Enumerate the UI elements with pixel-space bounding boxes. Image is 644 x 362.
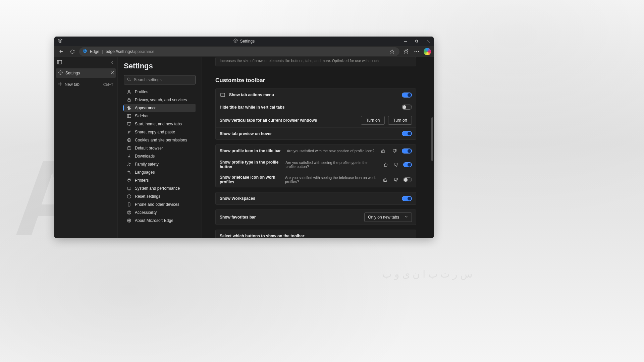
settings-sidebar: Settings Search settings ProfilesPrivacy… [118, 57, 202, 238]
address-bar[interactable]: Edge | edge://settings/appearance [79, 47, 399, 56]
tab-actions-icon[interactable] [57, 60, 62, 66]
nav-item-label: Phone and other devices [135, 202, 179, 207]
favorites-bar-dropdown[interactable]: Only on new tabs [364, 213, 412, 222]
nav-item-label: Reset settings [135, 194, 160, 199]
vertical-tab-label: Settings [65, 71, 80, 75]
url-subpmpath: appearance [133, 49, 154, 54]
refresh-button[interactable] [68, 47, 77, 56]
settings-search-input[interactable]: Search settings [124, 75, 196, 84]
scrollbar-thumb[interactable] [431, 117, 433, 161]
more-button[interactable] [412, 47, 421, 56]
svg-line-22 [130, 80, 131, 81]
settings-nav-list: ProfilesPrivacy, search, and servicesApp… [124, 88, 196, 225]
settings-nav-item[interactable]: Privacy, search, and services [124, 96, 196, 104]
row-select-buttons: Select which buttons to show on the tool… [216, 230, 416, 238]
settings-nav-item[interactable]: Downloads [124, 152, 196, 160]
toggle-profile-type[interactable] [403, 162, 412, 167]
url-path: settings/ [118, 49, 133, 54]
svg-point-12 [416, 51, 417, 52]
nav-item-icon [126, 138, 131, 142]
settings-nav-item[interactable]: Sidebar [124, 112, 196, 120]
toggle-tab-actions[interactable] [402, 93, 412, 98]
row-hide-titlebar: Hide title bar while in vertical tabs [216, 101, 416, 113]
thumbs-up-icon[interactable] [383, 162, 388, 167]
vertical-tab-strip: Settings New tab Ctrl+T [54, 57, 118, 238]
settings-main-scroll[interactable]: Increases the size of browser elements l… [202, 57, 434, 238]
settings-nav-item[interactable]: Reset settings [124, 192, 196, 200]
nav-item-icon [126, 114, 131, 118]
dropdown-value: Only on new tabs [368, 215, 399, 220]
thumbs-down-icon[interactable] [394, 177, 398, 182]
settings-search-placeholder: Search settings [134, 77, 162, 82]
turn-off-label: Turn off [393, 118, 407, 123]
thumbs-down-icon[interactable] [392, 148, 397, 154]
toggle-tab-preview[interactable] [402, 131, 412, 136]
svg-point-25 [128, 107, 130, 109]
toggle-hide-titlebar[interactable] [402, 105, 412, 110]
settings-nav-item[interactable]: Default browser [124, 144, 196, 152]
toggle-briefcase[interactable] [403, 177, 412, 182]
row-workspaces: Show Workspaces [216, 192, 416, 204]
nav-item-label: About Microsoft Edge [135, 218, 173, 223]
minimize-button[interactable] [399, 37, 411, 46]
svg-rect-14 [57, 60, 62, 64]
edge-logo-icon [83, 49, 87, 54]
row-label: Show tab preview on hover [220, 131, 272, 136]
nav-item-label: Languages [135, 170, 155, 175]
turn-off-button[interactable]: Turn off [388, 116, 412, 125]
close-tab-icon[interactable] [111, 71, 114, 75]
settings-nav-item[interactable]: About Microsoft Edge [124, 217, 196, 225]
settings-nav-item[interactable]: Appearance [124, 104, 196, 112]
svg-point-13 [418, 51, 419, 52]
nav-item-icon [126, 98, 131, 102]
settings-nav-item[interactable]: Languages [124, 168, 196, 176]
row-vertical-tabs: Show vertical tabs for all current brows… [216, 113, 416, 127]
settings-nav-item[interactable]: Printers [124, 176, 196, 184]
nav-item-label: Sidebar [135, 114, 149, 118]
turn-on-button[interactable]: Turn on [361, 116, 385, 125]
nav-item-icon [126, 122, 131, 126]
settings-nav-item[interactable]: Share, copy and paste [124, 128, 196, 136]
toggle-workspaces[interactable] [402, 196, 412, 201]
svg-rect-50 [221, 93, 225, 97]
turn-on-label: Turn on [366, 118, 380, 123]
settings-nav-item[interactable]: System and performance [124, 184, 196, 192]
nav-item-label: Family safety [135, 162, 159, 167]
svg-point-23 [128, 90, 130, 92]
svg-point-37 [129, 163, 130, 164]
thumbs-up-icon[interactable] [383, 177, 388, 182]
copilot-button[interactable] [423, 47, 432, 56]
new-tab-button[interactable]: New tab Ctrl+T [56, 80, 116, 88]
collapse-tabs-icon[interactable] [110, 60, 114, 66]
favorite-star-icon[interactable] [388, 49, 396, 54]
back-button[interactable] [56, 47, 66, 56]
navigation-toolbar: Edge | edge://settings/appearance [54, 46, 434, 57]
close-button[interactable] [422, 37, 434, 46]
settings-nav-item[interactable]: Family safety [124, 160, 196, 168]
window-titlebar: Settings [54, 37, 434, 46]
settings-nav-item[interactable]: Cookies and site permissions [124, 136, 196, 144]
copilot-icon [424, 48, 431, 55]
row-label: Show profile type in the profile button [220, 160, 282, 169]
nav-item-icon [126, 194, 131, 199]
vertical-tab-settings[interactable]: Settings [56, 68, 116, 78]
toolbar-card-4: Show favorites bar Only on new tabs [215, 209, 416, 225]
thumbs-down-icon[interactable] [394, 162, 398, 167]
gear-icon [58, 70, 63, 76]
plus-icon [58, 82, 62, 87]
row-label: Show tab actions menu [229, 93, 274, 97]
row-tab-actions: Show tab actions menu [216, 89, 416, 101]
settings-nav-item[interactable]: Phone and other devices [124, 200, 196, 208]
svg-rect-2 [415, 40, 417, 42]
tab-actions-lead-icon [220, 93, 226, 97]
settings-nav-item[interactable]: Accessibility [124, 208, 196, 217]
toggle-profile-icon[interactable] [402, 148, 412, 154]
maximize-button[interactable] [411, 37, 422, 46]
thumbs-up-icon[interactable] [380, 148, 386, 154]
row-briefcase: Show briefcase icon on work profiles Are… [216, 172, 416, 187]
favorites-button[interactable] [401, 47, 410, 56]
row-tab-preview: Show tab preview on hover [216, 127, 416, 139]
nav-item-icon [126, 89, 131, 94]
settings-nav-item[interactable]: Start, home, and new tabs [124, 120, 196, 128]
settings-nav-item[interactable]: Profiles [124, 88, 196, 96]
